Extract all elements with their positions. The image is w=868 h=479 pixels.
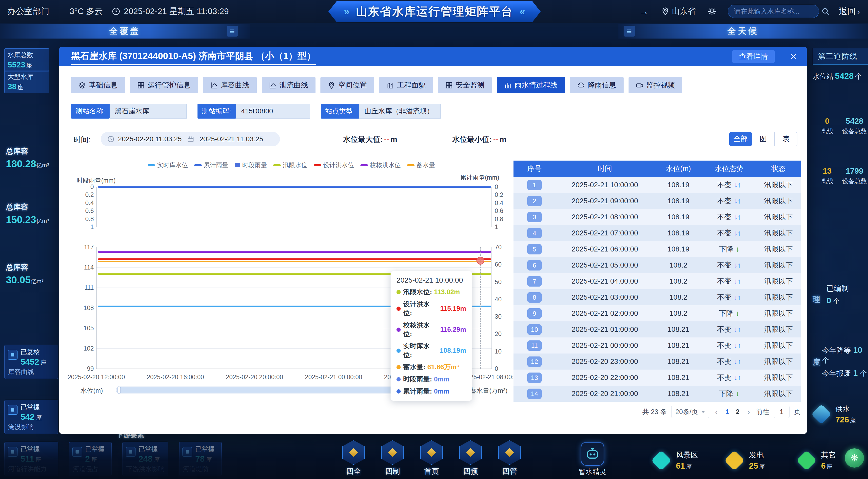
table-row[interactable]: 12 2025-02-20 23:00:00 108.21 不变↓↑ 汛限以下 (514, 354, 801, 369)
legend-item[interactable]: 校核洪水位 (361, 161, 401, 169)
axis-tick: 1 (90, 223, 94, 230)
page-number[interactable]: 2 (734, 408, 741, 416)
modal-tab[interactable]: 泄流曲线 (262, 77, 315, 93)
view-toggle-button[interactable]: 全部 (729, 132, 752, 146)
offline-label: 离线 (814, 177, 841, 185)
goto-label: 前往 (756, 407, 769, 416)
check-card-value: 542 (21, 412, 35, 421)
slider-left-handle[interactable] (117, 387, 121, 393)
search-icon[interactable] (822, 7, 830, 16)
nav-hex-item[interactable]: 首页 (419, 440, 444, 477)
search-input[interactable] (734, 8, 822, 15)
legend-item[interactable]: 蓄水量 (407, 161, 435, 169)
table-row[interactable]: 2 2025-02-21 09:00:00 108.19 不变↓↑ 汛限以下 (514, 193, 801, 209)
table-row[interactable]: 1 2025-02-21 10:00:00 108.19 不变↓↑ 汛限以下 (514, 177, 801, 193)
table-row[interactable]: 3 2025-02-21 08:00:00 108.19 不变↓↑ 汛限以下 (514, 209, 801, 225)
table-row[interactable]: 13 2025-02-20 22:00:00 108.21 不变↓↑ 汛限以下 (514, 369, 801, 386)
tooltip-row: 实时库水位: 108.19m (397, 342, 466, 359)
view-toggle-button[interactable]: 图 (752, 132, 775, 146)
table-row[interactable]: 11 2025-02-21 00:00:00 108.21 不变↓↑ 汛限以下 (514, 337, 801, 354)
check-card[interactable]: 已掌握 542座 淹没影响 (4, 400, 58, 434)
tooltip-series-name: 蓄水量: (403, 363, 425, 371)
table-row[interactable]: 8 2025-02-21 03:00:00 108.2 不变↓↑ 汛限以下 (514, 289, 801, 305)
table-row[interactable]: 6 2025-02-21 05:00:00 108.2 不变↓↑ 汛限以下 (514, 257, 801, 273)
nav-hex-item[interactable]: 四预 (458, 440, 483, 477)
legend-item[interactable]: 实时库水位 (148, 161, 188, 169)
check-card[interactable]: 已复核 5452座 库容曲线 (4, 345, 58, 379)
app-title-banner: » 山东省水库运行管理矩阵平台 « (328, 1, 541, 22)
close-icon[interactable]: × (790, 49, 797, 65)
table-row[interactable]: 7 2025-02-21 04:00:00 108.2 不变↓↑ 汛限以下 (514, 273, 801, 289)
legend-item[interactable]: 累计雨量 (194, 161, 228, 169)
axis-tick: 0 (495, 365, 498, 372)
view-detail-button[interactable]: 查看详情 (732, 50, 775, 63)
modal-tab[interactable]: 空间位置 (320, 77, 374, 93)
water-level-station-stat: 水位站5428个 (813, 71, 862, 81)
nav-hex-item[interactable]: 四全 (341, 440, 366, 477)
page-size-select[interactable]: 20条/页 (671, 406, 709, 418)
tooltip-series-value: 61.66万m³ (427, 363, 459, 371)
category-label: 其它 (821, 450, 836, 460)
row-time: 2025-02-21 09:00:00 (555, 197, 654, 205)
axis-tick: 0.4 (495, 200, 503, 206)
date-range-picker[interactable]: 2025-02-20 11:03:25 2025-02-21 11:03:25 (101, 132, 280, 146)
prev-page-button[interactable]: ‹ (714, 407, 719, 417)
row-trend: 不变 (717, 373, 732, 382)
legend-item[interactable]: 汛限水位 (273, 161, 307, 169)
row-time: 2025-02-20 21:00:00 (555, 390, 654, 398)
tab-icon (79, 82, 86, 89)
next-page-button[interactable]: › (746, 407, 751, 417)
modal-tab[interactable]: 安全监测 (438, 77, 492, 93)
right-menu-icon[interactable]: ≡ (624, 26, 635, 36)
table-header: 序号 时间 水位(m) 水位态势 状态 (514, 160, 801, 177)
calendar-icon[interactable] (187, 136, 194, 143)
left-menu-icon[interactable]: ≡ (227, 26, 238, 36)
axis-tick: 40 (495, 296, 502, 302)
seq-badge: 3 (527, 212, 541, 222)
ai-assistant-button[interactable]: 智水精灵 (578, 442, 607, 477)
legend-item[interactable]: 时段雨量 (235, 161, 267, 169)
table-row[interactable]: 9 2025-02-21 02:00:00 108.2 下降↓ 汛限以下 (514, 305, 801, 321)
legend-item[interactable]: 设计洪水位 (314, 161, 354, 169)
rain-plot (96, 187, 492, 227)
defense-line-box[interactable]: 第三道防线 (813, 48, 868, 65)
category-unit: 座 (827, 463, 832, 470)
table-row[interactable]: 5 2025-02-21 06:00:00 108.19 下降↓ 汛限以下 (514, 241, 801, 257)
modal-tab[interactable]: 工程面貌 (379, 77, 433, 93)
trend-arrow-icon: ↓ (736, 390, 739, 397)
view-toggle-button[interactable]: 表 (775, 132, 797, 146)
legend-label: 实时库水位 (157, 161, 188, 169)
row-trend: 下降 (719, 309, 733, 317)
category-stat[interactable]: 发电 25座 (727, 450, 765, 471)
modal-tab[interactable]: 监控视频 (628, 77, 682, 93)
modal-tab[interactable]: 基础信息 (71, 77, 125, 93)
reservoir-search[interactable] (728, 5, 819, 18)
modal-tab[interactable]: 运行管护信息 (130, 77, 198, 93)
table-row[interactable]: 14 2025-02-20 21:00:00 108.21 下降↓ 汛限以下 (514, 386, 801, 402)
nav-hex-item[interactable]: 四制 (380, 440, 405, 477)
weather-label: 3°C 多云 (70, 0, 103, 23)
floating-settings-button[interactable]: ❋ (845, 448, 864, 468)
region-label[interactable]: 山东省 (672, 0, 696, 23)
page-number[interactable]: 1 (723, 408, 731, 416)
check-card-label: 已掌握 (21, 403, 55, 412)
nav-hex-item[interactable]: 四管 (497, 440, 522, 477)
right-panel-title: 全天候 (727, 25, 758, 37)
back-button[interactable]: 返回› (839, 0, 860, 23)
legend-marker-icon (314, 164, 321, 166)
modal-tab[interactable]: 库容曲线 (203, 77, 257, 93)
modal-tab[interactable]: 雨水情过程线 (497, 77, 565, 93)
gear-icon[interactable] (708, 0, 716, 23)
goto-page-input[interactable] (774, 406, 789, 418)
arrow-right-icon[interactable]: → (639, 0, 649, 23)
start-date-value[interactable]: 2025-02-20 11:03:25 (118, 135, 182, 143)
app-title: 山东省水库运行管理矩阵平台 (356, 4, 513, 19)
category-stat[interactable]: 其它 6座 (799, 450, 836, 471)
category-stat[interactable]: 风景区 61座 (654, 450, 698, 471)
table-row[interactable]: 10 2025-02-21 01:00:00 108.21 不变↓↑ 汛限以下 (514, 321, 801, 337)
table-row[interactable]: 4 2025-02-21 07:00:00 108.19 不变↓↑ 汛限以下 (514, 225, 801, 241)
supply-stat[interactable]: 供水 726座 (814, 404, 856, 424)
seq-badge: 12 (527, 357, 541, 367)
modal-tab[interactable]: 降雨信息 (570, 77, 624, 93)
end-date-value[interactable]: 2025-02-21 11:03:25 (199, 135, 263, 143)
